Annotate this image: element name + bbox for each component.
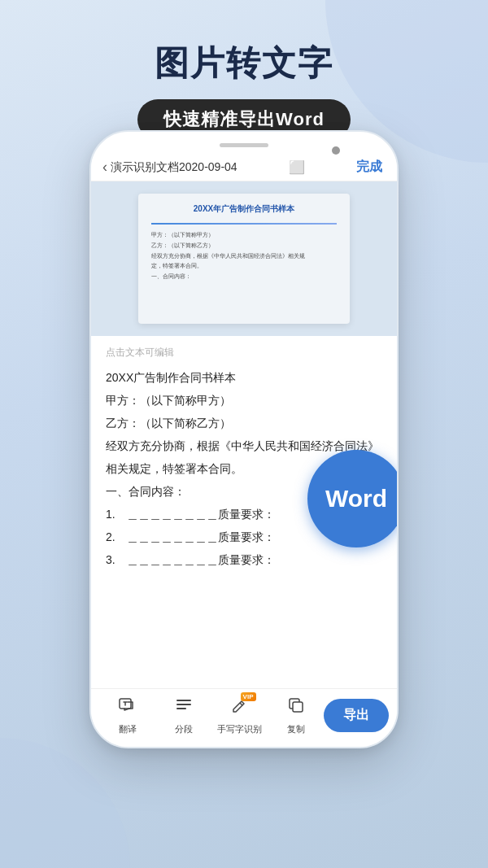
ocr-line-1[interactable]: 甲方：（以下简称甲方） bbox=[106, 389, 382, 412]
svg-rect-1 bbox=[176, 700, 191, 701]
svg-rect-4 bbox=[293, 702, 303, 712]
doc-line-3: 经双方充分协商，根据《中华人民共和国经济合同法》相关规 bbox=[151, 252, 337, 260]
navbar-back[interactable]: ‹ 演示识别文档2020-09-04 bbox=[102, 159, 237, 176]
paragraph-label: 分段 bbox=[175, 723, 193, 735]
ocr-line-2[interactable]: 乙方：（以下简称乙方） bbox=[106, 412, 382, 434]
doc-image-area: 20XX年广告制作合同书样本 甲方：（以下简称甲方） 乙方：（以下简称乙方） 经… bbox=[91, 181, 397, 336]
navbar-title: 演示识别文档2020-09-04 bbox=[111, 160, 237, 175]
toolbar-item-translate[interactable]: 翻译 bbox=[99, 696, 155, 735]
ocr-hint: 点击文本可编辑 bbox=[106, 346, 382, 360]
word-badge-label: Word bbox=[325, 485, 387, 513]
doc-line-1: 甲方：（以下简称甲方） bbox=[151, 231, 337, 239]
translate-label: 翻译 bbox=[119, 723, 137, 735]
toolbar-item-copy[interactable]: 复制 bbox=[268, 696, 324, 735]
back-arrow-icon: ‹ bbox=[102, 159, 107, 176]
doc-line-4: 定，特签署本合同。 bbox=[151, 262, 337, 270]
doc-image-inner: 20XX年广告制作合同书样本 甲方：（以下简称甲方） 乙方：（以下简称乙方） 经… bbox=[138, 194, 350, 324]
svg-rect-2 bbox=[176, 704, 191, 705]
copy-icon bbox=[286, 696, 306, 720]
app-navbar: ‹ 演示识别文档2020-09-04 ⬜ 完成 bbox=[91, 154, 397, 181]
handwriting-icon: VIP bbox=[230, 696, 250, 720]
ocr-line-0[interactable]: 20XX广告制作合同书样本 bbox=[106, 366, 382, 389]
doc-image-title: 20XX年广告制作合同书样本 bbox=[151, 203, 337, 215]
notch-bar bbox=[220, 143, 268, 147]
ocr-line-8[interactable]: 3. ＿＿＿＿＿＿＿＿质量要求： bbox=[106, 548, 382, 571]
share-icon[interactable]: ⬜ bbox=[289, 159, 305, 175]
translate-icon bbox=[118, 696, 137, 720]
doc-separator bbox=[151, 223, 337, 225]
phone-notch bbox=[91, 132, 397, 154]
done-button[interactable]: 完成 bbox=[356, 159, 382, 176]
notch-dot bbox=[332, 146, 340, 155]
paragraph-icon bbox=[174, 696, 194, 720]
phone-outer: ‹ 演示识别文档2020-09-04 ⬜ 完成 20XX年广告制作合同书样本 甲… bbox=[89, 130, 399, 748]
toolbar-item-paragraph[interactable]: 分段 bbox=[155, 696, 211, 735]
bottom-toolbar: 翻译 分段 VIP bbox=[91, 688, 397, 747]
word-badge: Word bbox=[307, 450, 397, 547]
ocr-result-area: 点击文本可编辑 20XX广告制作合同书样本 甲方：（以下简称甲方） 乙方：（以下… bbox=[91, 336, 397, 571]
toolbar-item-handwriting[interactable]: VIP 手写字识别 bbox=[211, 696, 268, 735]
phone-wrapper: ‹ 演示识别文档2020-09-04 ⬜ 完成 20XX年广告制作合同书样本 甲… bbox=[89, 130, 399, 797]
handwriting-label: 手写字识别 bbox=[217, 723, 262, 735]
doc-line-5: 一、合同内容： bbox=[151, 273, 337, 281]
export-button[interactable]: 导出 bbox=[324, 699, 389, 732]
doc-line-2: 乙方：（以下简称乙方） bbox=[151, 242, 337, 250]
vip-badge: VIP bbox=[241, 692, 256, 701]
copy-label: 复制 bbox=[287, 723, 305, 735]
svg-rect-3 bbox=[176, 708, 186, 709]
